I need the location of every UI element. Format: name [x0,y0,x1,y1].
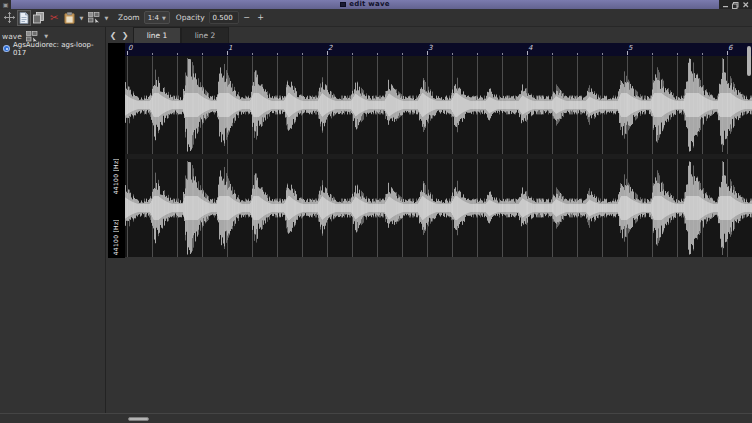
tool-selector-dropdown[interactable]: ▼ [102,10,111,26]
bottom-scroll-area [0,413,752,423]
vertical-scrollbar[interactable] [747,46,751,76]
ruler-tick-mark [677,53,678,55]
ruler-tick-mark [627,51,628,55]
ruler-tick-label: 3 [428,44,432,52]
maximize-button[interactable] [731,1,740,9]
ruler-tick-mark [277,53,278,55]
ruler-tick-label: 5 [628,44,632,52]
tab-line-2[interactable]: line 2 [181,27,229,43]
nav-forward-button[interactable]: ❯ [119,27,131,43]
scissors-icon: ✂ [49,12,58,23]
close-button[interactable] [741,1,750,9]
ruler-tick-mark [202,53,203,55]
opacity-label: Opacity [176,13,205,22]
ruler-tick-mark [502,53,503,55]
ruler-tick-mark [402,53,403,55]
ruler-tick-label: 6 [728,44,732,52]
ruler-tick-mark [252,53,253,55]
ruler-tick-mark [577,53,578,55]
position-tool-button[interactable] [2,10,16,26]
waveform-channel-2[interactable] [125,159,752,257]
zoom-select[interactable]: 1:4 ▼ [144,11,170,24]
ruler-tick-label: 2 [328,44,332,52]
opacity-increment-button[interactable]: + [255,11,267,24]
ruler-tick-label: 1 [228,44,232,52]
edit-document-icon [19,12,29,24]
ruler-tick-label: 4 [528,44,532,52]
timeline-ruler: 0123456 [125,43,752,56]
cut-button[interactable]: ✂ [47,10,61,26]
channel-2-rate-label: 44100 [Hz] [112,219,119,255]
window-controls [719,0,752,9]
minimize-button[interactable] [721,1,730,9]
position-crosshair-icon [4,12,15,23]
ruler-tick-mark [527,51,528,55]
ruler-tick-label: 0 [128,44,132,52]
ruler-tick-mark [427,51,428,55]
waveform-channel-1[interactable] [125,56,752,154]
edit-tool-button[interactable] [17,10,31,26]
window-menu-icon[interactable]: ▣ [0,0,11,9]
ruler-tick-mark [602,53,603,55]
window-icon [340,2,346,7]
nav-back-button[interactable]: ❮ [107,27,119,43]
chevron-down-icon: ▼ [162,15,166,21]
line-tabs: line 1 line 2 [133,27,229,43]
ruler-tick-mark [227,51,228,55]
horizontal-scrollbar[interactable] [128,417,149,421]
edit-tools-dropdown[interactable]: ▼ [77,10,86,26]
edit-wave-window: ▣ edit wave [0,0,752,423]
tab-line-1[interactable]: line 1 [133,27,181,43]
copy-icon [33,12,45,24]
opacity-decrement-button[interactable]: − [241,11,253,24]
ruler-tick-mark [152,53,153,55]
tab-navigation: ❮ ❯ line 1 line 2 [107,27,752,43]
ruler-tick-mark [552,53,553,55]
titlebar: ▣ edit wave [0,0,752,9]
channel-label-column: 44100 [Hz] 44100 [Hz] [108,43,125,258]
machine-item-label: AgsAudiorec: ags-loop-017 [13,41,105,57]
ruler-tick-mark [652,53,653,55]
ruler-tick-mark [452,53,453,55]
machine-list-item[interactable]: AgsAudiorec: ags-loop-017 [0,43,105,54]
opacity-input[interactable]: 0.500 [209,11,239,24]
ruler-tick-mark [177,53,178,55]
machine-sidebar: wave ▼ AgsAudiorec: ags-loop-017 [0,27,106,413]
ruler-tick-mark [377,53,378,55]
tool-grid-icon [88,12,100,23]
machine-radio-icon[interactable] [3,45,10,52]
channel-1-rate-label: 44100 [Hz] [112,158,119,194]
ruler-tick-mark [477,53,478,55]
ruler-tick-mark [327,51,328,55]
ruler-tick-mark [352,53,353,55]
title-strip[interactable]: edit wave [11,0,719,9]
paste-button[interactable] [62,10,76,26]
zoom-label: Zoom [118,13,140,22]
paste-clipboard-icon [64,12,75,24]
zoom-value: 1:4 [148,14,159,22]
window-title: edit wave [349,0,389,9]
ruler-tick-mark [127,51,128,55]
ruler-tick-mark [727,51,728,55]
wave-panel-label: wave [2,32,22,41]
ruler-tick-mark [702,53,703,55]
copy-button[interactable] [32,10,46,26]
toolbar: ✂ ▼ ▼ Zoom 1:4 ▼ Opacity 0.500 − + [0,9,752,27]
tool-selector-button[interactable] [87,10,101,26]
ruler-tick-mark [302,53,303,55]
